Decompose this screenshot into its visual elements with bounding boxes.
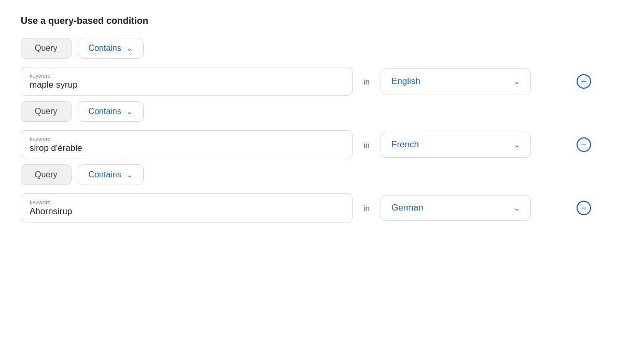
- language-value-3: German: [391, 203, 423, 213]
- remove-button-3[interactable]: −: [577, 201, 591, 215]
- keyword-value-2: sirop d'érable: [30, 143, 344, 153]
- query-button-1[interactable]: Query: [21, 38, 72, 59]
- contains-label-3: Contains: [89, 170, 121, 179]
- in-label-3: in: [362, 204, 371, 213]
- keyword-label-2: keyword: [30, 136, 344, 142]
- keyword-row-3: keyword Ahornsirup in German ⌄ −: [21, 193, 596, 222]
- keyword-value-1: maple syrup: [30, 80, 344, 90]
- remove-icon-1: −: [581, 77, 587, 86]
- remove-button-2[interactable]: −: [577, 137, 591, 152]
- language-chevron-2: ⌄: [514, 141, 520, 149]
- remove-icon-2: −: [581, 140, 587, 149]
- section-title: Use a query-based condition: [21, 16, 596, 26]
- query-row-2: Query Contains ⌄: [21, 101, 596, 122]
- language-select-3[interactable]: German ⌄: [381, 195, 531, 221]
- language-value-2: French: [391, 139, 419, 150]
- contains-button-3[interactable]: Contains ⌄: [78, 164, 144, 185]
- keyword-label-3: keyword: [30, 199, 344, 205]
- query-row-3: Query Contains ⌄: [21, 164, 596, 185]
- condition-block-1: Query Contains ⌄ keyword maple syrup in …: [21, 38, 596, 96]
- condition-block-2: Query Contains ⌄ keyword sirop d'érable …: [21, 101, 596, 159]
- contains-chevron-2: ⌄: [127, 107, 133, 116]
- keyword-row-1: keyword maple syrup in English ⌄ −: [21, 67, 596, 96]
- in-label-2: in: [362, 141, 371, 149]
- language-chevron-1: ⌄: [514, 77, 520, 86]
- page-container: Use a query-based condition Query Contai…: [21, 16, 596, 222]
- language-value-1: English: [391, 76, 420, 87]
- keyword-input-1[interactable]: keyword maple syrup: [21, 67, 353, 96]
- condition-block-3: Query Contains ⌄ keyword Ahornsirup in G…: [21, 164, 596, 222]
- remove-icon-3: −: [581, 203, 587, 213]
- keyword-label-1: keyword: [30, 73, 344, 79]
- keyword-input-3[interactable]: keyword Ahornsirup: [21, 193, 353, 222]
- language-select-1[interactable]: English ⌄: [381, 68, 531, 94]
- keyword-input-2[interactable]: keyword sirop d'érable: [21, 130, 353, 159]
- contains-chevron-3: ⌄: [127, 171, 133, 179]
- contains-button-1[interactable]: Contains ⌄: [78, 38, 144, 59]
- in-label-1: in: [362, 77, 371, 86]
- keyword-row-2: keyword sirop d'érable in French ⌄ −: [21, 130, 596, 159]
- contains-label-1: Contains: [89, 44, 121, 53]
- contains-button-2[interactable]: Contains ⌄: [78, 101, 144, 122]
- query-button-3[interactable]: Query: [21, 164, 72, 185]
- language-select-2[interactable]: French ⌄: [381, 132, 531, 158]
- query-row-1: Query Contains ⌄: [21, 38, 596, 59]
- query-button-2[interactable]: Query: [21, 101, 72, 122]
- remove-button-1[interactable]: −: [577, 74, 591, 89]
- contains-chevron-1: ⌄: [127, 44, 133, 52]
- contains-label-2: Contains: [89, 107, 121, 116]
- language-chevron-3: ⌄: [514, 204, 520, 212]
- keyword-value-3: Ahornsirup: [30, 206, 344, 217]
